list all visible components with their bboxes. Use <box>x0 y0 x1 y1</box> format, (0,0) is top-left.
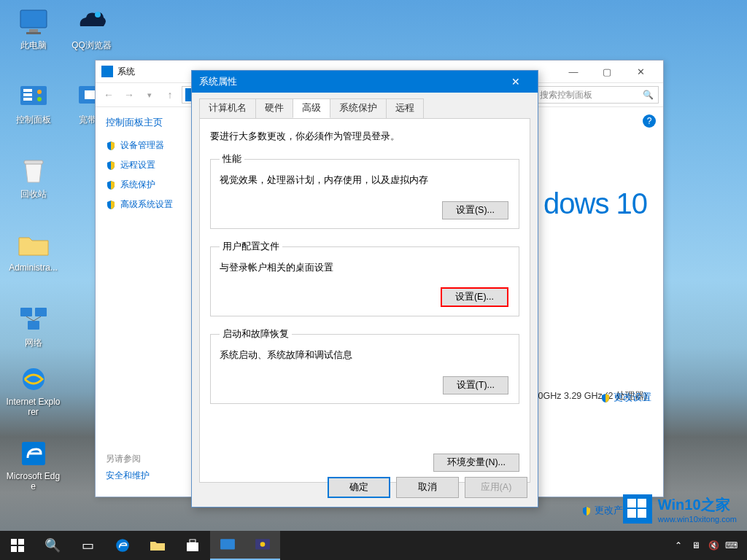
group-legend: 启动和故障恢复 <box>220 328 292 341</box>
recycle-bin-icon <box>18 155 50 187</box>
change-settings-link[interactable]: 更改设置 <box>600 392 651 404</box>
sidebar-link-protection[interactable]: 系统保护 <box>106 179 177 191</box>
forward-button[interactable]: → <box>120 86 138 104</box>
windows-logo-icon <box>623 494 652 524</box>
desktop-icon-this-pc[interactable]: 此电脑 <box>6 6 61 52</box>
profiles-settings-button[interactable]: 设置(E)... <box>441 287 508 307</box>
svg-rect-12 <box>28 321 39 330</box>
desktop-icon-label: 控制面板 <box>6 114 61 126</box>
svg-rect-6 <box>23 98 32 101</box>
sidebar-title[interactable]: 控制面板主页 <box>106 116 177 129</box>
search-input[interactable]: 搜索控制面板 🔍 <box>535 86 659 104</box>
svg-rect-21 <box>638 499 646 508</box>
sidebar-link-device-manager[interactable]: 设备管理器 <box>106 139 177 152</box>
tray-input-icon[interactable]: ⌨ <box>722 540 740 551</box>
search-icon: 🔍 <box>643 90 654 100</box>
desktop-icon-label: Administra... <box>6 262 61 273</box>
group-user-profiles: 用户配置文件 与登录帐户相关的桌面设置 设置(E)... <box>210 241 519 316</box>
taskbar-store[interactable] <box>175 531 210 560</box>
network-icon <box>18 303 50 335</box>
svg-rect-2 <box>26 32 41 34</box>
tab-computer-name[interactable]: 计算机名 <box>199 98 256 118</box>
task-view-button[interactable]: ▭ <box>70 531 105 560</box>
desktop-icon-ie[interactable]: Internet Explorer <box>6 363 61 417</box>
startup-settings-button[interactable]: 设置(T)... <box>443 376 508 394</box>
tab-panel-advanced: 要进行大多数更改，你必须作为管理员登录。 性能 视觉效果，处理器计划，内存使用，… <box>199 118 530 483</box>
windows10-brand: dows 10 <box>543 187 647 220</box>
link-text: 更改设置 <box>614 392 651 404</box>
svg-rect-25 <box>18 539 24 545</box>
tray-volume-muted-icon[interactable]: 🔇 <box>705 540 722 551</box>
tab-advanced[interactable]: 高级 <box>293 98 330 118</box>
svg-rect-9 <box>24 160 43 164</box>
svg-rect-10 <box>20 308 32 316</box>
watermark: Win10之家 www.win10xitong.com <box>623 494 737 524</box>
edge-icon <box>18 438 50 470</box>
taskbar[interactable]: 🔍 ▭ ⌃ 🖥 🔇 ⌨ <box>0 531 747 560</box>
minimize-button[interactable]: — <box>557 61 590 82</box>
performance-settings-button[interactable]: 设置(S)... <box>442 201 508 219</box>
desktop-icon-qq-browser[interactable]: QQ浏览器 <box>64 6 119 52</box>
svg-line-14 <box>34 316 41 321</box>
apply-button[interactable]: 应用(A) <box>465 477 527 498</box>
svg-rect-23 <box>638 509 646 518</box>
maximize-button[interactable]: ▢ <box>590 61 624 82</box>
desktop-icon-label: Microsoft Edge <box>6 471 61 491</box>
dialog-titlebar[interactable]: 系统属性 ✕ <box>192 71 538 93</box>
link-text: 远程设置 <box>120 159 155 171</box>
taskbar-edge[interactable] <box>105 531 140 560</box>
tray-network-icon[interactable]: 🖥 <box>687 540 705 551</box>
svg-rect-26 <box>11 546 17 552</box>
svg-rect-30 <box>190 540 196 542</box>
tab-protection[interactable]: 系统保护 <box>330 98 387 118</box>
up-button[interactable]: ↑ <box>161 86 179 104</box>
close-button[interactable]: ✕ <box>501 71 530 93</box>
desktop-icon-recycle-bin[interactable]: 回收站 <box>6 155 61 201</box>
group-desc: 系统启动、系统故障和调试信息 <box>220 349 510 362</box>
cancel-button[interactable]: 取消 <box>396 477 459 498</box>
sidebar-link-remote[interactable]: 远程设置 <box>106 159 177 171</box>
link-text: 系统保护 <box>120 179 155 191</box>
svg-rect-0 <box>20 10 47 28</box>
recent-button[interactable]: ▾ <box>141 86 158 104</box>
svg-rect-27 <box>18 546 24 552</box>
window-title: 系统 <box>117 66 135 78</box>
security-link[interactable]: 安全和维护 <box>106 470 150 482</box>
desktop-icon-edge[interactable]: Microsoft Edge <box>6 438 61 491</box>
sidebar-link-advanced[interactable]: 高级系统设置 <box>106 198 177 211</box>
svg-rect-31 <box>220 539 235 549</box>
window-icon <box>101 66 113 77</box>
dialog-title: 系统属性 <box>199 76 237 88</box>
svg-rect-1 <box>29 29 38 32</box>
svg-rect-20 <box>627 499 636 508</box>
desktop-icon-label: 网络 <box>6 337 61 349</box>
taskbar-explorer[interactable] <box>140 531 175 560</box>
taskbar-control-panel[interactable] <box>210 531 245 560</box>
tray-overflow-icon[interactable]: ⌃ <box>670 540 687 551</box>
system-tray[interactable]: ⌃ 🖥 🔇 ⌨ <box>670 540 747 551</box>
shield-icon <box>581 506 592 516</box>
tab-hardware[interactable]: 硬件 <box>255 98 293 118</box>
group-legend: 用户配置文件 <box>220 241 282 253</box>
svg-line-13 <box>26 316 34 321</box>
search-button[interactable]: 🔍 <box>35 531 70 560</box>
search-placeholder: 搜索控制面板 <box>540 89 592 101</box>
folder-icon <box>18 229 50 261</box>
desktop-icon-control-panel[interactable]: 控制面板 <box>6 80 61 126</box>
group-startup: 启动和故障恢复 系统启动、系统故障和调试信息 设置(T)... <box>210 328 519 404</box>
start-button[interactable] <box>0 531 35 560</box>
shield-icon <box>106 180 116 190</box>
desktop-icon-network[interactable]: 网络 <box>6 303 61 349</box>
system-properties-dialog: 系统属性 ✕ 计算机名 硬件 高级 系统保护 远程 要进行大多数更改，你必须作为… <box>191 70 538 508</box>
watermark-url: www.win10xitong.com <box>658 515 737 524</box>
close-button[interactable]: ✕ <box>624 61 657 82</box>
back-button[interactable]: ← <box>100 86 117 104</box>
ok-button[interactable]: 确定 <box>328 477 390 498</box>
tab-remote[interactable]: 远程 <box>386 98 424 118</box>
taskbar-system-properties[interactable] <box>245 531 280 560</box>
group-desc: 与登录帐户相关的桌面设置 <box>220 262 510 274</box>
admin-note: 要进行大多数更改，你必须作为管理员登录。 <box>210 131 519 143</box>
environment-variables-button[interactable]: 环境变量(N)... <box>433 454 519 472</box>
desktop-icon-admin[interactable]: Administra... <box>6 229 61 273</box>
help-icon[interactable]: ? <box>643 114 656 128</box>
